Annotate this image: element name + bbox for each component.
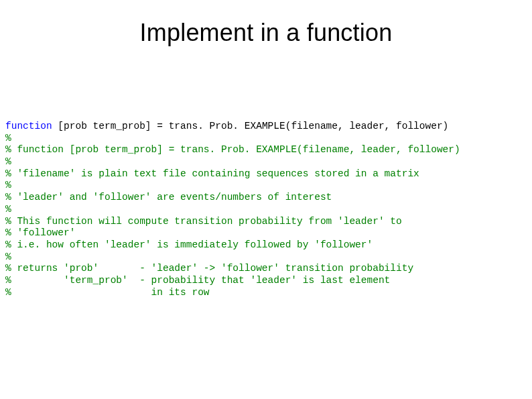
comment-line: % returns 'prob' - 'leader' -> 'follower… bbox=[5, 263, 413, 274]
comment-line: % bbox=[5, 251, 11, 262]
comment-line: % bbox=[5, 156, 11, 167]
code-block: function [prob term_prob] = trans. Prob.… bbox=[5, 121, 460, 298]
function-signature: [prob term_prob] = trans. Prob. EXAMPLE(… bbox=[58, 121, 448, 131]
comment-line: % bbox=[5, 133, 11, 144]
comment-line: % 'filename' is plain text file containi… bbox=[5, 168, 419, 179]
keyword-function: function bbox=[5, 121, 58, 131]
comment-line: % in its row bbox=[5, 287, 210, 298]
slide-title: Implement in a function bbox=[0, 0, 532, 47]
comment-line: % i.e. how often 'leader' is immediately… bbox=[5, 239, 373, 250]
comment-line: % This function will compute transition … bbox=[5, 216, 402, 227]
comment-line: % 'term_prob' - probability that 'leader… bbox=[5, 275, 390, 286]
comment-line: % bbox=[5, 180, 11, 190]
comment-line: % 'follower' bbox=[5, 227, 75, 238]
comment-line: % bbox=[5, 204, 11, 215]
comment-line: % function [prob term_prob] = trans. Pro… bbox=[5, 144, 460, 155]
comment-line: % 'leader' and 'follower' are events/num… bbox=[5, 192, 332, 203]
slide: Implement in a function function [prob t… bbox=[0, 0, 532, 399]
